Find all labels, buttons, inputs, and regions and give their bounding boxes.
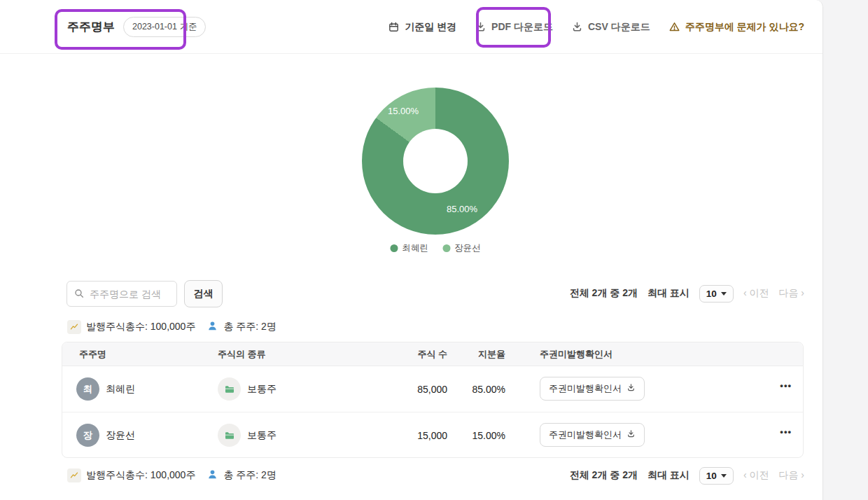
summary-stats-top: 발행주식총수: 100,000주 총 주주: 2명	[67, 319, 276, 335]
pagination-summary: 전체 2개 중 2개	[570, 469, 638, 482]
base-date-badge: 2023-01-01 기준	[123, 17, 206, 37]
ownership-ratio: 15.00%	[472, 412, 505, 458]
download-icon	[571, 21, 583, 33]
page-size-select[interactable]: 10	[699, 467, 734, 485]
chart-up-icon	[67, 468, 81, 482]
calendar-icon	[388, 21, 400, 33]
chevron-down-icon	[721, 474, 727, 478]
avatar: 최	[76, 377, 99, 401]
total-holders-stat: 총 주주: 2명	[206, 468, 276, 482]
download-icon	[626, 429, 636, 440]
pagination-top: 전체 2개 중 2개 최대 표시 10 ‹ 이전 다음 ›	[570, 281, 804, 306]
legend-dot	[391, 244, 398, 252]
stock-type: 보통주	[247, 412, 276, 458]
chevron-down-icon	[721, 292, 727, 296]
shareholder-name: 최혜린	[106, 366, 135, 412]
chart-up-icon	[67, 320, 81, 334]
certificate-download-button[interactable]: 주권미발행확인서	[540, 423, 645, 447]
certificate-download-button[interactable]: 주권미발행확인서	[540, 377, 645, 401]
max-display-label: 최대 표시	[648, 287, 690, 300]
shareholder-table: 주주명 주식의 종류 주식 수 지분율 주권미발행확인서 최 최혜린 보통주 8…	[62, 342, 804, 458]
table-header-row: 주주명 주식의 종류 주식 수 지분율 주권미발행확인서	[62, 342, 803, 366]
folder-icon	[218, 424, 241, 447]
page-header: 주주명부 2023-01-01 기준 기준일 변경	[0, 0, 822, 54]
header-actions: 기준일 변경 PDF 다운로드 CS	[388, 0, 804, 54]
prev-page-button[interactable]: ‹ 이전	[743, 287, 769, 300]
csv-download-button[interactable]: CSV 다운로드	[571, 21, 650, 34]
change-base-date-button[interactable]: 기준일 변경	[388, 21, 456, 34]
chart-legend: 최혜린 장윤선	[391, 242, 481, 254]
download-icon	[475, 21, 486, 33]
col-header-stock-type: 주식의 종류	[218, 342, 266, 366]
col-header-share-count: 주식 수	[417, 342, 447, 366]
row-more-menu-button[interactable]: •••	[780, 380, 792, 391]
shareholder-name: 장윤선	[106, 412, 135, 458]
pagination-summary: 전체 2개 중 2개	[570, 287, 638, 300]
next-page-button[interactable]: 다음 ›	[778, 287, 804, 300]
row-more-menu-button[interactable]: •••	[780, 426, 792, 437]
ownership-donut-chart: 15.00% 85.00%	[362, 88, 509, 235]
header-title-group: 주주명부 2023-01-01 기준	[67, 0, 206, 54]
max-display-label: 최대 표시	[648, 469, 690, 482]
table-row: 최 최혜린 보통주 85,000 85.00% 주권미발행확인서	[62, 366, 803, 412]
col-header-name: 주주명	[79, 342, 106, 366]
total-holders-stat: 총 주주: 2명	[206, 320, 276, 334]
search-icon	[74, 288, 85, 302]
legend-item: 장윤선	[442, 242, 481, 254]
folder-icon	[218, 377, 241, 401]
content-panel: 주주명부 2023-01-01 기준 기준일 변경	[0, 0, 823, 500]
shareholder-registry-page: 주주명부 2023-01-01 기준 기준일 변경	[0, 0, 868, 500]
avatar: 장	[76, 424, 99, 447]
legend-dot	[442, 244, 450, 252]
next-page-button[interactable]: 다음 ›	[778, 469, 804, 482]
stock-type: 보통주	[247, 366, 276, 412]
slice-label-small: 15.00%	[388, 106, 419, 116]
table-row: 장 장윤선 보통주 15,000 15.00% 주권미발행확인서	[62, 412, 803, 457]
registry-problem-link[interactable]: 주주명부에 문제가 있나요?	[668, 21, 804, 34]
warning-icon	[668, 21, 680, 33]
slice-label-big: 85.00%	[447, 204, 477, 214]
col-header-certificate: 주권미발행확인서	[540, 342, 612, 366]
share-count: 85,000	[417, 366, 447, 412]
donut-hole	[403, 129, 468, 193]
download-icon	[626, 383, 636, 394]
col-header-ratio: 지분율	[478, 342, 505, 366]
summary-stats-bottom: 발행주식총수: 100,000주 총 주주: 2명	[67, 467, 276, 484]
total-shares-stat: 발행주식총수: 100,000주	[67, 468, 195, 482]
page-size-select[interactable]: 10	[699, 285, 734, 303]
person-icon	[206, 468, 218, 482]
page-title: 주주명부	[67, 19, 115, 35]
search-button[interactable]: 검색	[184, 280, 223, 307]
person-icon	[206, 320, 218, 334]
share-count: 15,000	[417, 412, 447, 458]
pagination-bottom: 전체 2개 중 2개 최대 표시 10 ‹ 이전 다음 ›	[570, 463, 804, 488]
ownership-ratio: 85.00%	[472, 366, 505, 412]
pdf-download-button[interactable]: PDF 다운로드	[475, 21, 553, 34]
total-shares-stat: 발행주식총수: 100,000주	[67, 320, 195, 334]
legend-item: 최혜린	[391, 242, 429, 254]
prev-page-button[interactable]: ‹ 이전	[743, 469, 769, 482]
